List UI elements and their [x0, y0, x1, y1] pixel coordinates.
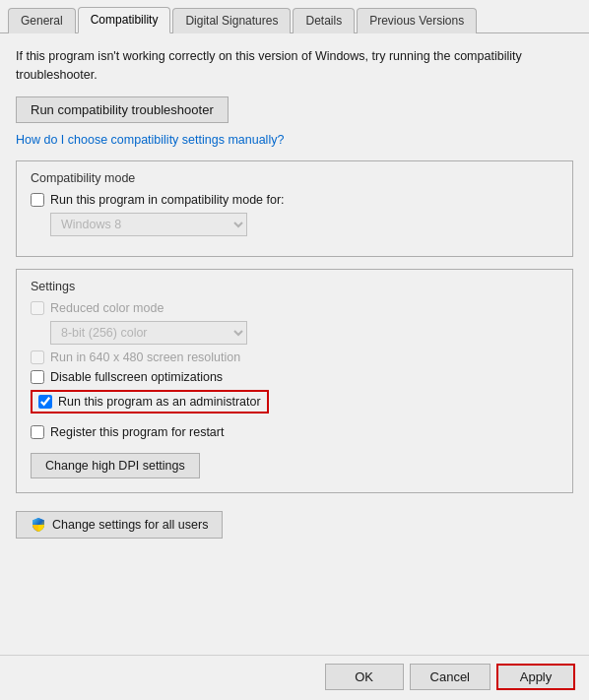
fullscreen-opt-row: Disable fullscreen optimizations	[31, 370, 558, 384]
compatibility-mode-label: Compatibility mode	[31, 171, 558, 185]
compatibility-mode-section: Compatibility mode Run this program in c…	[16, 160, 573, 257]
reduced-color-label: Reduced color mode	[50, 301, 164, 315]
dialog: General Compatibility Digital Signatures…	[0, 0, 589, 700]
shield-icon	[31, 517, 46, 533]
tab-general[interactable]: General	[8, 8, 76, 33]
compatibility-mode-checkbox[interactable]	[31, 193, 44, 207]
change-all-users-label: Change settings for all users	[52, 518, 208, 532]
settings-label: Settings	[31, 280, 558, 293]
help-link[interactable]: How do I choose compatibility settings m…	[16, 133, 573, 147]
tab-digital-signatures[interactable]: Digital Signatures	[172, 8, 291, 33]
640x480-label: Run in 640 x 480 screen resolution	[50, 350, 240, 364]
footer: OK Cancel Apply	[0, 655, 589, 700]
compatibility-mode-checkbox-row: Run this program in compatibility mode f…	[31, 193, 558, 207]
compatibility-mode-checkbox-label: Run this program in compatibility mode f…	[50, 193, 285, 207]
register-restart-checkbox[interactable]	[31, 425, 44, 439]
color-dropdown[interactable]: 8-bit (256) color	[50, 321, 247, 345]
change-dpi-button[interactable]: Change high DPI settings	[31, 453, 200, 478]
ok-button[interactable]: OK	[325, 664, 404, 690]
compatibility-dropdown-row: Windows 8	[50, 213, 558, 236]
color-dropdown-row: 8-bit (256) color	[50, 321, 558, 345]
tab-previous-versions[interactable]: Previous Versions	[357, 8, 477, 33]
run-as-admin-highlight: Run this program as an administrator	[31, 390, 269, 414]
tab-bar: General Compatibility Digital Signatures…	[0, 0, 589, 33]
change-all-users-button[interactable]: Change settings for all users	[16, 511, 223, 539]
settings-section: Settings Reduced color mode 8-bit (256) …	[16, 269, 573, 493]
reduced-color-row: Reduced color mode	[31, 301, 558, 315]
run-as-admin-label: Run this program as an administrator	[58, 395, 261, 409]
compatibility-dropdown[interactable]: Windows 8	[50, 213, 247, 236]
register-restart-row: Register this program for restart	[31, 425, 558, 439]
fullscreen-opt-checkbox[interactable]	[31, 370, 44, 384]
register-restart-label: Register this program for restart	[50, 425, 224, 439]
intro-text: If this program isn't working correctly …	[16, 47, 573, 85]
640x480-checkbox[interactable]	[31, 350, 44, 364]
tab-details[interactable]: Details	[293, 8, 355, 33]
fullscreen-opt-label: Disable fullscreen optimizations	[50, 370, 223, 384]
run-as-admin-row: Run this program as an administrator	[31, 390, 558, 419]
tab-content: If this program isn't working correctly …	[0, 33, 589, 655]
apply-button[interactable]: Apply	[496, 664, 575, 690]
run-as-admin-checkbox[interactable]	[38, 395, 52, 409]
run-troubleshooter-button[interactable]: Run compatibility troubleshooter	[16, 96, 229, 123]
640x480-row: Run in 640 x 480 screen resolution	[31, 350, 558, 364]
reduced-color-checkbox[interactable]	[31, 301, 44, 315]
tab-compatibility[interactable]: Compatibility	[78, 7, 171, 33]
cancel-button[interactable]: Cancel	[410, 664, 491, 690]
